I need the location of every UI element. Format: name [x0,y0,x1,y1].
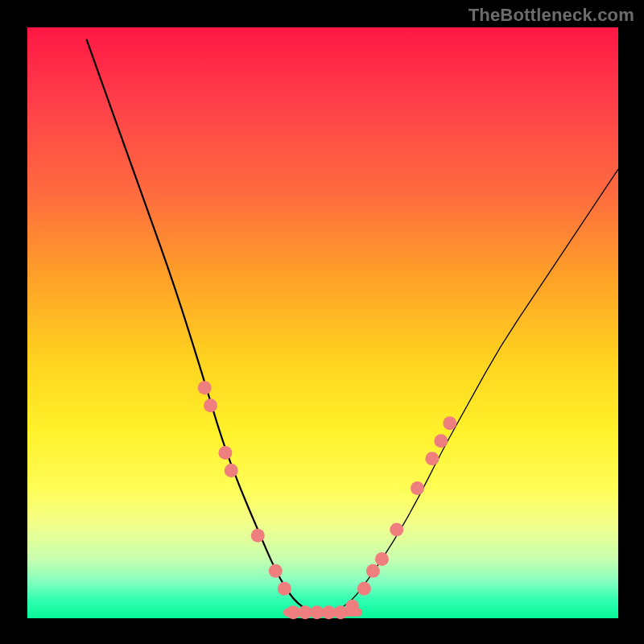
plot-area [27,27,618,618]
watermark-text: TheBottleneck.com [469,5,634,26]
chart-svg [27,27,618,618]
data-point-right-marker-8 [443,416,456,430]
chart-frame: TheBottleneck.com [0,0,644,644]
data-point-right-marker-2 [366,564,380,578]
data-point-bottom-marker-6 [345,600,359,613]
data-point-bottom-marker-1 [287,605,300,619]
curve-right-curve [335,169,618,613]
data-point-bottom-marker-3 [310,605,324,619]
data-point-right-marker-1 [357,582,371,596]
data-point-right-marker-7 [434,434,448,448]
data-point-left-marker-3 [218,446,232,460]
data-point-left-marker-6 [269,564,283,578]
data-point-right-marker-3 [375,552,389,566]
data-point-left-marker-2 [204,398,217,412]
data-point-right-marker-6 [425,452,439,465]
data-point-left-marker-4 [225,464,238,477]
data-point-bottom-marker-5 [334,605,348,619]
data-point-bottom-marker-4 [322,605,336,619]
curve-group [86,39,618,613]
curve-left-curve [86,39,311,613]
data-point-right-marker-4 [390,522,403,536]
data-point-left-marker-5 [251,529,265,543]
data-point-left-marker-7 [278,582,291,596]
marker-group [198,381,457,619]
data-point-left-marker-1 [198,381,212,394]
data-point-bottom-marker-2 [298,605,312,619]
data-point-right-marker-5 [411,481,424,495]
